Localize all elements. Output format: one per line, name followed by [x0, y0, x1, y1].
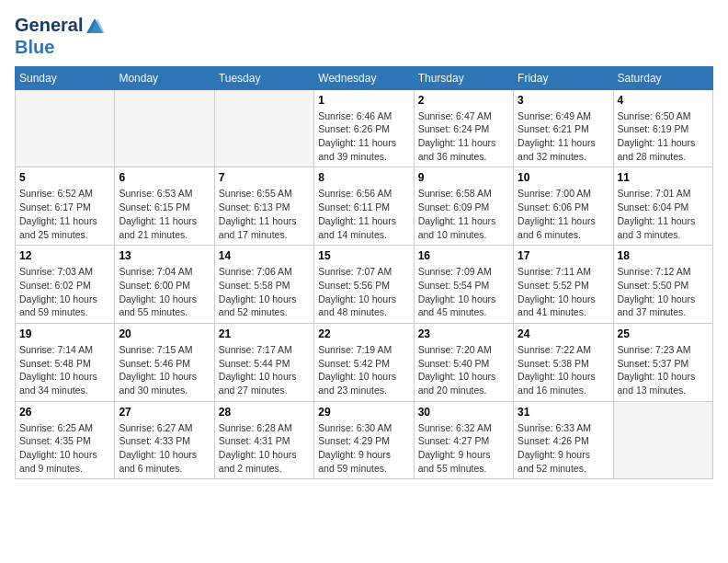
day-cell-18: 18Sunrise: 7:12 AMSunset: 5:50 PMDayligh… — [613, 246, 712, 324]
day-cell-8: 8Sunrise: 6:56 AMSunset: 6:11 PMDaylight… — [314, 167, 414, 246]
day-number: 13 — [119, 249, 210, 262]
day-number: 18 — [618, 249, 709, 262]
day-info: Sunrise: 6:25 AMSunset: 4:35 PMDaylight:… — [19, 421, 110, 476]
day-info: Sunrise: 7:09 AMSunset: 5:54 PMDaylight:… — [418, 265, 509, 319]
col-header-thursday: Thursday — [414, 66, 513, 89]
calendar-table: SundayMondayTuesdayWednesdayThursdayFrid… — [15, 66, 713, 480]
day-info: Sunrise: 7:20 AMSunset: 5:40 PMDaylight:… — [418, 343, 509, 397]
day-info: Sunrise: 7:17 AMSunset: 5:44 PMDaylight:… — [219, 343, 310, 397]
day-number: 12 — [19, 249, 110, 262]
day-cell-7: 7Sunrise: 6:55 AMSunset: 6:13 PMDaylight… — [214, 167, 313, 246]
day-cell-19: 19Sunrise: 7:14 AMSunset: 5:48 PMDayligh… — [16, 323, 115, 401]
day-cell-11: 11Sunrise: 7:01 AMSunset: 6:04 PMDayligh… — [613, 167, 712, 246]
day-cell-31: 31Sunrise: 6:33 AMSunset: 4:26 PMDayligh… — [514, 401, 613, 479]
day-number: 17 — [518, 249, 609, 262]
day-number: 22 — [318, 327, 409, 340]
day-cell-9: 9Sunrise: 6:58 AMSunset: 6:09 PMDaylight… — [414, 167, 513, 246]
day-number: 6 — [119, 171, 210, 184]
week-row-3: 12Sunrise: 7:03 AMSunset: 6:02 PMDayligh… — [16, 246, 713, 324]
day-cell-24: 24Sunrise: 7:22 AMSunset: 5:38 PMDayligh… — [514, 323, 613, 401]
day-info: Sunrise: 6:27 AMSunset: 4:33 PMDaylight:… — [119, 421, 210, 476]
day-number: 15 — [318, 249, 409, 262]
day-number: 28 — [219, 406, 310, 419]
day-number: 3 — [518, 94, 609, 107]
week-row-4: 19Sunrise: 7:14 AMSunset: 5:48 PMDayligh… — [16, 323, 713, 401]
day-info: Sunrise: 7:14 AMSunset: 5:48 PMDaylight:… — [19, 343, 110, 397]
day-number: 9 — [418, 171, 509, 184]
day-number: 7 — [219, 171, 310, 184]
day-cell-28: 28Sunrise: 6:28 AMSunset: 4:31 PMDayligh… — [214, 401, 313, 479]
day-number: 23 — [418, 327, 509, 340]
day-info: Sunrise: 7:07 AMSunset: 5:56 PMDaylight:… — [318, 265, 409, 319]
week-row-1: 1Sunrise: 6:46 AMSunset: 6:26 PMDaylight… — [16, 89, 713, 167]
day-cell-12: 12Sunrise: 7:03 AMSunset: 6:02 PMDayligh… — [16, 246, 115, 324]
day-cell-27: 27Sunrise: 6:27 AMSunset: 4:33 PMDayligh… — [115, 401, 214, 479]
logo-text: General — [15, 15, 105, 37]
day-cell-3: 3Sunrise: 6:49 AMSunset: 6:21 PMDaylight… — [514, 89, 613, 167]
day-number: 2 — [418, 94, 509, 107]
day-number: 20 — [119, 327, 210, 340]
col-header-sunday: Sunday — [16, 66, 115, 89]
day-info: Sunrise: 6:52 AMSunset: 6:17 PMDaylight:… — [19, 187, 110, 241]
logo-blue: Blue — [15, 37, 105, 57]
day-cell-30: 30Sunrise: 6:32 AMSunset: 4:27 PMDayligh… — [414, 401, 513, 479]
day-info: Sunrise: 6:47 AMSunset: 6:24 PMDaylight:… — [418, 109, 509, 164]
day-cell-2: 2Sunrise: 6:47 AMSunset: 6:24 PMDaylight… — [414, 89, 513, 167]
week-row-5: 26Sunrise: 6:25 AMSunset: 4:35 PMDayligh… — [16, 401, 713, 479]
day-info: Sunrise: 6:46 AMSunset: 6:26 PMDaylight:… — [318, 109, 409, 164]
day-info: Sunrise: 7:03 AMSunset: 6:02 PMDaylight:… — [19, 265, 110, 319]
day-cell-17: 17Sunrise: 7:11 AMSunset: 5:52 PMDayligh… — [514, 246, 613, 324]
day-number: 1 — [318, 94, 409, 107]
day-info: Sunrise: 7:06 AMSunset: 5:58 PMDaylight:… — [219, 265, 310, 319]
day-number: 21 — [219, 327, 310, 340]
col-header-saturday: Saturday — [613, 66, 712, 89]
day-cell-10: 10Sunrise: 7:00 AMSunset: 6:06 PMDayligh… — [514, 167, 613, 246]
day-number: 31 — [518, 406, 609, 419]
col-header-wednesday: Wednesday — [314, 66, 414, 89]
day-cell-13: 13Sunrise: 7:04 AMSunset: 6:00 PMDayligh… — [115, 246, 214, 324]
day-cell-15: 15Sunrise: 7:07 AMSunset: 5:56 PMDayligh… — [314, 246, 414, 324]
day-cell-empty — [613, 401, 712, 479]
col-header-monday: Monday — [115, 66, 214, 89]
day-info: Sunrise: 6:55 AMSunset: 6:13 PMDaylight:… — [219, 187, 310, 241]
day-cell-empty — [16, 89, 115, 167]
day-info: Sunrise: 7:23 AMSunset: 5:37 PMDaylight:… — [618, 343, 709, 397]
day-number: 29 — [318, 406, 409, 419]
day-number: 19 — [19, 327, 110, 340]
day-info: Sunrise: 7:12 AMSunset: 5:50 PMDaylight:… — [618, 265, 709, 319]
day-cell-23: 23Sunrise: 7:20 AMSunset: 5:40 PMDayligh… — [414, 323, 513, 401]
day-number: 11 — [618, 171, 709, 184]
day-number: 4 — [618, 94, 709, 107]
day-number: 27 — [119, 406, 210, 419]
day-cell-empty — [214, 89, 313, 167]
day-cell-25: 25Sunrise: 7:23 AMSunset: 5:37 PMDayligh… — [613, 323, 712, 401]
day-info: Sunrise: 7:04 AMSunset: 6:00 PMDaylight:… — [119, 265, 210, 319]
day-number: 24 — [518, 327, 609, 340]
day-cell-26: 26Sunrise: 6:25 AMSunset: 4:35 PMDayligh… — [16, 401, 115, 479]
day-info: Sunrise: 7:01 AMSunset: 6:04 PMDaylight:… — [618, 187, 709, 241]
day-cell-empty — [115, 89, 214, 167]
day-info: Sunrise: 6:33 AMSunset: 4:26 PMDaylight:… — [518, 421, 609, 476]
day-info: Sunrise: 6:56 AMSunset: 6:11 PMDaylight:… — [318, 187, 409, 241]
day-cell-1: 1Sunrise: 6:46 AMSunset: 6:26 PMDaylight… — [314, 89, 414, 167]
col-header-tuesday: Tuesday — [214, 66, 313, 89]
day-info: Sunrise: 7:22 AMSunset: 5:38 PMDaylight:… — [518, 343, 609, 397]
day-cell-5: 5Sunrise: 6:52 AMSunset: 6:17 PMDaylight… — [16, 167, 115, 246]
day-cell-22: 22Sunrise: 7:19 AMSunset: 5:42 PMDayligh… — [314, 323, 414, 401]
day-number: 30 — [418, 406, 509, 419]
day-info: Sunrise: 6:58 AMSunset: 6:09 PMDaylight:… — [418, 187, 509, 241]
day-info: Sunrise: 6:32 AMSunset: 4:27 PMDaylight:… — [418, 421, 509, 476]
day-info: Sunrise: 6:30 AMSunset: 4:29 PMDaylight:… — [318, 421, 409, 476]
day-info: Sunrise: 7:19 AMSunset: 5:42 PMDaylight:… — [318, 343, 409, 397]
week-row-2: 5Sunrise: 6:52 AMSunset: 6:17 PMDaylight… — [16, 167, 713, 246]
day-info: Sunrise: 6:49 AMSunset: 6:21 PMDaylight:… — [518, 109, 609, 164]
day-info: Sunrise: 7:00 AMSunset: 6:06 PMDaylight:… — [518, 187, 609, 241]
day-cell-20: 20Sunrise: 7:15 AMSunset: 5:46 PMDayligh… — [115, 323, 214, 401]
day-number: 8 — [318, 171, 409, 184]
day-cell-6: 6Sunrise: 6:53 AMSunset: 6:15 PMDaylight… — [115, 167, 214, 246]
col-header-friday: Friday — [514, 66, 613, 89]
day-number: 14 — [219, 249, 310, 262]
day-info: Sunrise: 6:53 AMSunset: 6:15 PMDaylight:… — [119, 187, 210, 241]
day-info: Sunrise: 6:28 AMSunset: 4:31 PMDaylight:… — [219, 421, 310, 476]
day-number: 26 — [19, 406, 110, 419]
